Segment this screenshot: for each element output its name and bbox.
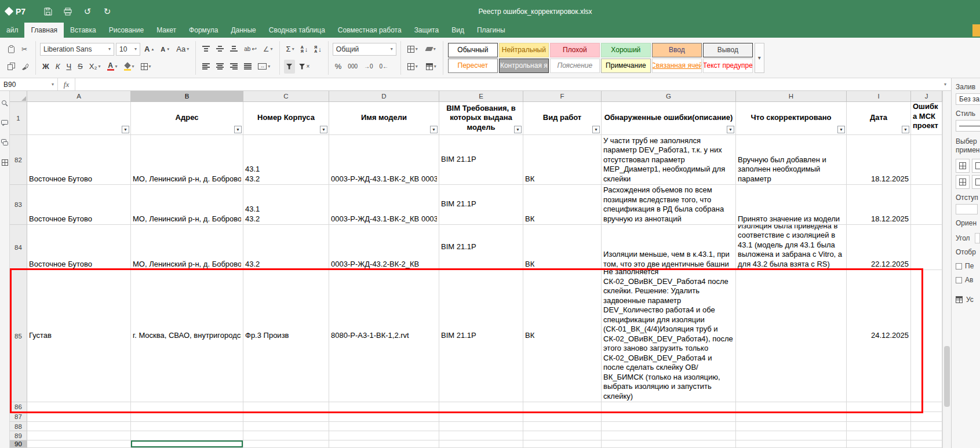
increase-decimal-button[interactable]: →0 <box>362 60 376 74</box>
cell-J87[interactable] <box>911 412 942 422</box>
tab-Данные[interactable]: Данные <box>224 23 262 38</box>
comments-button[interactable] <box>1 119 9 127</box>
cell-C82[interactable]: 43.1 43.2 <box>243 135 329 185</box>
tab-Защита[interactable]: Защита <box>408 23 446 38</box>
select-all-corner[interactable] <box>10 91 27 102</box>
cell-J90[interactable] <box>911 440 942 448</box>
scrollbar-thumb[interactable] <box>944 346 950 407</box>
border-style-select[interactable]: ▾ <box>956 120 980 132</box>
cell-D85[interactable]: 8080-Р-А3-1-ВК-1,2.rvt <box>329 270 439 402</box>
percent-style-button[interactable]: % <box>333 60 344 74</box>
cell-style-Примечание[interactable]: Примечание <box>601 59 651 73</box>
cell-G84[interactable]: Изоляции меньше, чем в к.43.1, при том, … <box>602 225 736 270</box>
cell-I89[interactable] <box>847 431 911 440</box>
cell-D83[interactable]: 0003-Р-ЖД-43.1-ВК-2_КВ 0003-Р-ЖД-43.2-ВК… <box>329 185 439 225</box>
redo-button[interactable]: ↻ <box>100 4 115 19</box>
cell-H89[interactable] <box>736 431 847 440</box>
cell-B1[interactable]: Адрес▼ <box>131 102 243 135</box>
align-left-button[interactable] <box>200 60 212 74</box>
column-header-I[interactable]: I <box>847 91 911 102</box>
cell-G83[interactable]: Расхождения объемов по всем позициям всл… <box>602 185 736 225</box>
cell-style-Текст предупре[interactable]: Текст предупре <box>703 59 753 73</box>
row-header-89[interactable]: 89 <box>10 431 27 440</box>
plugins-button[interactable] <box>1 158 9 166</box>
column-header-G[interactable]: G <box>602 91 736 102</box>
tab-Вставка[interactable]: Вставка <box>64 23 103 38</box>
cell-G1[interactable]: Обнаруженные ошибки(описание)▼ <box>602 102 736 135</box>
cell-D86[interactable] <box>329 402 439 412</box>
cell-F87[interactable] <box>523 412 602 422</box>
cell-C89[interactable] <box>243 431 329 440</box>
cell-J82[interactable] <box>911 135 942 185</box>
cell-F85[interactable]: ВК <box>523 270 602 402</box>
cell-E82[interactable]: BIM 21.1Р <box>439 135 523 185</box>
cell-C83[interactable]: 43.1 43.2 <box>243 185 329 225</box>
row-header-87[interactable]: 87 <box>10 412 27 422</box>
cell-J84[interactable] <box>911 225 942 270</box>
cell-A89[interactable] <box>27 431 131 440</box>
angle-input[interactable] <box>975 233 980 243</box>
sort-descending-button[interactable]: ЯА↓ <box>312 42 324 56</box>
tab-Совместная работа[interactable]: Совместная работа <box>331 23 408 38</box>
autosum-button[interactable]: Σ▾ <box>284 42 297 56</box>
format-painter-button[interactable] <box>19 60 31 74</box>
tab-айл[interactable]: айл <box>0 23 24 38</box>
tab-Плагины[interactable]: Плагины <box>471 23 512 38</box>
cell-F89[interactable] <box>523 431 602 440</box>
row-header-86[interactable]: 86 <box>10 402 27 412</box>
column-header-F[interactable]: F <box>523 91 602 102</box>
change-case-button[interactable]: Аа▾ <box>174 42 191 56</box>
cell-I82[interactable]: 18.12.2025 <box>847 135 911 185</box>
number-format-select[interactable]: Общий▾ <box>333 43 396 56</box>
decrease-decimal-button[interactable]: 0← <box>377 60 391 74</box>
row-header-83[interactable]: 83 <box>10 185 27 225</box>
tab-Вид[interactable]: Вид <box>445 23 471 38</box>
cell-style-Хороший[interactable]: Хороший <box>601 43 651 57</box>
cell-A88[interactable] <box>27 422 131 431</box>
font-size-select[interactable]: 10▾ <box>116 43 140 56</box>
cell-G85[interactable]: Не заполняется СК-02_ОВиВК_DEV_Работа4 п… <box>602 270 736 402</box>
vertical-scrollbar[interactable] <box>942 91 951 448</box>
save-button[interactable] <box>41 4 56 19</box>
cell-F82[interactable]: ВК <box>523 135 602 185</box>
border-vertical-button[interactable] <box>972 175 980 189</box>
chat-button[interactable] <box>1 139 9 147</box>
cell-D84[interactable]: 0003-Р-ЖД-43.2-ВК-2_КВ <box>329 225 439 270</box>
font-color-button[interactable]: А▾ <box>105 60 120 74</box>
name-box[interactable]: B90▾ <box>0 78 58 90</box>
cell-F88[interactable] <box>523 422 602 431</box>
cell-G88[interactable] <box>602 422 736 431</box>
cell-I1[interactable]: Дата▼ <box>847 102 911 135</box>
indent-input[interactable] <box>956 204 978 214</box>
align-right-button[interactable] <box>228 60 240 74</box>
cell-J85[interactable] <box>911 270 942 402</box>
row-header-85[interactable]: 85 <box>10 270 27 402</box>
formula-bar-expand-button[interactable]: ▾ <box>939 78 951 90</box>
shrink-to-fit-checkbox[interactable]: Ав <box>956 276 980 284</box>
column-header-E[interactable]: E <box>439 91 523 102</box>
cell-A82[interactable]: Восточное Бутово <box>27 135 131 185</box>
align-center-button[interactable] <box>214 60 226 74</box>
merge-cells-button[interactable]: ↔▾ <box>256 60 272 74</box>
row-header-84[interactable]: 84 <box>10 225 27 270</box>
format-as-table-button[interactable]: ▾ <box>424 60 439 74</box>
cell-D90[interactable] <box>329 440 439 448</box>
cell-style-Контрольная я[interactable]: Контрольная я <box>499 59 549 73</box>
clear-button[interactable]: ▾ <box>424 42 438 56</box>
cell-E90[interactable] <box>439 440 523 448</box>
cell-G90[interactable] <box>602 440 736 448</box>
tab-Макет[interactable]: Макет <box>150 23 183 38</box>
cell-F90[interactable] <box>523 440 602 448</box>
cell-D88[interactable] <box>329 422 439 431</box>
cell-E86[interactable] <box>439 402 523 412</box>
tab-Главная[interactable]: Главная <box>24 23 64 38</box>
orientation-button[interactable]: ∠▾ <box>261 42 275 56</box>
cell-D82[interactable]: 0003-Р-ЖД-43.1-ВК-2_КВ 0003-Р-ЖД-43.2-ВК… <box>329 135 439 185</box>
cell-E87[interactable] <box>439 412 523 422</box>
wrap-text-checkbox[interactable]: Пе <box>956 262 980 270</box>
formula-input[interactable] <box>75 78 939 90</box>
cell-G89[interactable] <box>602 431 736 440</box>
cell-style-Пояснение[interactable]: Пояснение <box>550 59 600 73</box>
cell-H88[interactable] <box>736 422 847 431</box>
delete-cells-button[interactable]: ▾ <box>405 60 420 74</box>
